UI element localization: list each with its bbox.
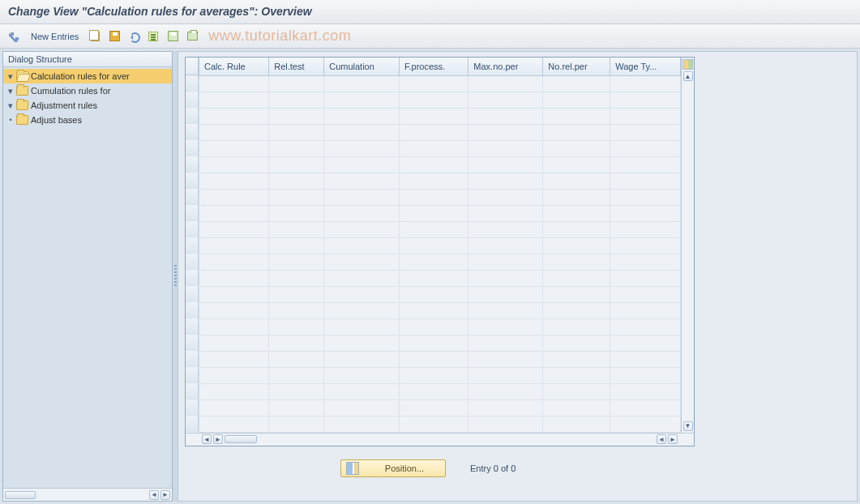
table-cell[interactable]	[610, 254, 681, 270]
table-row[interactable]	[199, 189, 681, 205]
table-cell[interactable]	[469, 367, 543, 383]
table-cell[interactable]	[469, 124, 543, 140]
table-cell[interactable]	[324, 124, 400, 140]
table-cell[interactable]	[610, 173, 681, 189]
table-cell[interactable]	[399, 416, 468, 432]
table-cell[interactable]	[324, 302, 400, 318]
table-cell[interactable]	[610, 156, 681, 173]
table-cell[interactable]	[610, 270, 681, 286]
table-cell[interactable]	[324, 416, 400, 432]
table-cell[interactable]	[610, 237, 681, 254]
table-cell[interactable]	[610, 351, 681, 367]
table-cell[interactable]	[543, 124, 610, 140]
table-cell[interactable]	[269, 173, 324, 189]
column-header-rel-test[interactable]: Rel.test	[269, 58, 324, 75]
table-cell[interactable]	[399, 335, 468, 351]
table-cell[interactable]	[399, 270, 468, 286]
table-cell[interactable]	[199, 286, 269, 302]
table-cell[interactable]	[610, 189, 681, 205]
table-cell[interactable]	[199, 189, 269, 205]
table-cell[interactable]	[324, 351, 400, 367]
table-cell[interactable]	[543, 286, 610, 302]
table-cell[interactable]	[399, 237, 468, 254]
table-cell[interactable]	[269, 124, 324, 140]
table-cell[interactable]	[543, 367, 610, 383]
scroll-left-end-icon[interactable]: ◄	[657, 434, 666, 444]
table-cell[interactable]	[543, 92, 610, 108]
table-cell[interactable]	[269, 286, 324, 302]
table-cell[interactable]	[324, 140, 400, 156]
scroll-left-icon[interactable]: ◄	[149, 490, 159, 500]
table-row[interactable]	[199, 335, 681, 351]
print-icon[interactable]	[184, 28, 200, 45]
scroll-down-icon[interactable]: ▼	[683, 421, 693, 431]
table-cell[interactable]	[199, 302, 269, 318]
column-header-no-rel-per[interactable]: No.rel.per	[543, 58, 610, 75]
table-row[interactable]	[199, 173, 681, 189]
table-row[interactable]	[199, 399, 681, 416]
table-cell[interactable]	[399, 108, 468, 124]
scrollbar-thumb[interactable]	[5, 491, 36, 499]
table-cell[interactable]	[324, 383, 400, 399]
scroll-right-icon[interactable]: ►	[160, 490, 170, 500]
table-cell[interactable]	[324, 221, 400, 237]
table-cell[interactable]	[269, 156, 324, 173]
table-cell[interactable]	[324, 254, 400, 270]
table-cell[interactable]	[399, 173, 468, 189]
table-cell[interactable]	[269, 140, 324, 156]
table-cell[interactable]	[324, 367, 400, 383]
table-cell[interactable]	[543, 318, 610, 335]
table-cell[interactable]	[469, 318, 543, 335]
table-cell[interactable]	[399, 189, 468, 205]
table-row[interactable]	[199, 318, 681, 335]
table-cell[interactable]	[269, 205, 324, 221]
table-cell[interactable]	[469, 92, 543, 108]
tree-node-cumulation-rules[interactable]: ▾ Cumulation rules for	[3, 83, 172, 98]
table-cell[interactable]	[469, 302, 543, 318]
table-cell[interactable]	[543, 302, 610, 318]
table-cell[interactable]	[610, 367, 681, 383]
table-cell[interactable]	[469, 416, 543, 432]
table-cell[interactable]	[269, 335, 324, 351]
scroll-up-icon[interactable]: ▲	[683, 71, 693, 81]
table-cell[interactable]	[543, 416, 610, 432]
table-cell[interactable]	[469, 75, 543, 92]
table-cell[interactable]	[324, 286, 400, 302]
table-row[interactable]	[199, 286, 681, 302]
table-cell[interactable]	[324, 399, 400, 416]
table-row[interactable]	[199, 367, 681, 383]
table-row[interactable]	[199, 254, 681, 270]
table-cell[interactable]	[543, 383, 610, 399]
position-button[interactable]: Position...	[340, 459, 446, 477]
table-cell[interactable]	[399, 383, 468, 399]
table-cell[interactable]	[199, 383, 269, 399]
table-cell[interactable]	[399, 302, 468, 318]
table-cell[interactable]	[399, 124, 468, 140]
save-variant-icon[interactable]	[165, 28, 181, 45]
table-row[interactable]	[199, 302, 681, 318]
table-cell[interactable]	[199, 75, 269, 92]
table-cell[interactable]	[610, 140, 681, 156]
table-row[interactable]	[199, 75, 681, 92]
new-entries-button[interactable]: New Entries	[26, 30, 83, 43]
table-cell[interactable]	[399, 367, 468, 383]
table-cell[interactable]	[610, 108, 681, 124]
table-cell[interactable]	[543, 351, 610, 367]
table-row[interactable]	[199, 416, 681, 432]
table-row[interactable]	[199, 270, 681, 286]
table-cell[interactable]	[610, 335, 681, 351]
tree-horizontal-scrollbar[interactable]: ◄ ►	[3, 488, 172, 501]
table-cell[interactable]	[199, 367, 269, 383]
table-cell[interactable]	[324, 318, 400, 335]
table-cell[interactable]	[269, 75, 324, 92]
column-header-max-no-per[interactable]: Max.no.per	[469, 58, 543, 75]
table-cell[interactable]	[269, 302, 324, 318]
table-row[interactable]	[199, 237, 681, 254]
table-cell[interactable]	[469, 335, 543, 351]
table-cell[interactable]	[199, 124, 269, 140]
table-cell[interactable]	[469, 108, 543, 124]
table-cell[interactable]	[199, 108, 269, 124]
select-all-icon[interactable]	[145, 28, 161, 45]
table-cell[interactable]	[269, 108, 324, 124]
tools-icon[interactable]	[6, 28, 23, 45]
